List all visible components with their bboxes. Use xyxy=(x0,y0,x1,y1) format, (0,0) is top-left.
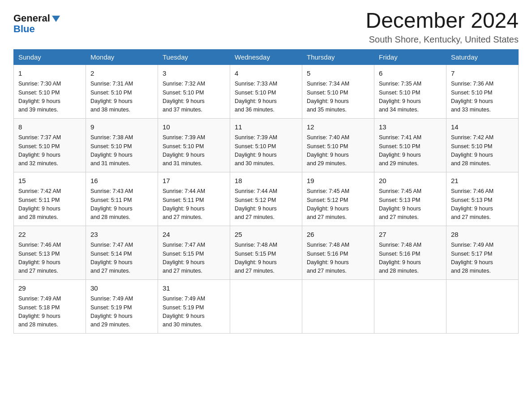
day-info: Sunrise: 7:33 AMSunset: 5:10 PMDaylight:… xyxy=(235,80,297,115)
day-number: 20 xyxy=(379,176,442,186)
day-cell: 30Sunrise: 7:49 AMSunset: 5:19 PMDayligh… xyxy=(86,279,158,333)
day-cell: 28Sunrise: 7:49 AMSunset: 5:17 PMDayligh… xyxy=(446,226,519,279)
day-info: Sunrise: 7:39 AMSunset: 5:10 PMDaylight:… xyxy=(163,133,225,168)
day-info: Sunrise: 7:49 AMSunset: 5:18 PMDaylight:… xyxy=(18,295,81,330)
day-number: 23 xyxy=(90,230,153,240)
day-info: Sunrise: 7:47 AMSunset: 5:15 PMDaylight:… xyxy=(163,241,225,276)
day-cell: 29Sunrise: 7:49 AMSunset: 5:18 PMDayligh… xyxy=(14,279,86,333)
day-cell: 14Sunrise: 7:42 AMSunset: 5:10 PMDayligh… xyxy=(446,118,519,172)
day-cell xyxy=(230,279,302,333)
day-number: 6 xyxy=(379,68,442,79)
day-cell: 15Sunrise: 7:42 AMSunset: 5:11 PMDayligh… xyxy=(14,172,86,226)
day-number: 15 xyxy=(18,176,81,186)
day-number: 29 xyxy=(18,283,81,294)
header-cell-thursday: Thursday xyxy=(302,49,374,64)
day-cell: 12Sunrise: 7:40 AMSunset: 5:10 PMDayligh… xyxy=(302,118,374,172)
logo: General Blue xyxy=(13,13,60,35)
logo-blue: Blue xyxy=(13,23,35,35)
day-number: 12 xyxy=(307,122,369,133)
day-number: 28 xyxy=(451,230,514,240)
day-number: 11 xyxy=(235,122,297,133)
week-row-4: 22Sunrise: 7:46 AMSunset: 5:13 PMDayligh… xyxy=(14,226,519,279)
day-number: 31 xyxy=(163,283,225,294)
day-cell: 3Sunrise: 7:32 AMSunset: 5:10 PMDaylight… xyxy=(158,64,230,118)
day-cell: 26Sunrise: 7:48 AMSunset: 5:16 PMDayligh… xyxy=(302,226,374,279)
day-number: 8 xyxy=(18,122,81,133)
day-number: 2 xyxy=(90,68,153,79)
header-row: SundayMondayTuesdayWednesdayThursdayFrid… xyxy=(14,49,519,64)
day-info: Sunrise: 7:48 AMSunset: 5:15 PMDaylight:… xyxy=(235,241,297,276)
header-cell-sunday: Sunday xyxy=(14,49,86,64)
day-number: 10 xyxy=(163,122,225,133)
day-info: Sunrise: 7:49 AMSunset: 5:19 PMDaylight:… xyxy=(163,295,225,330)
week-row-5: 29Sunrise: 7:49 AMSunset: 5:18 PMDayligh… xyxy=(14,279,519,333)
day-cell: 16Sunrise: 7:43 AMSunset: 5:11 PMDayligh… xyxy=(86,172,158,226)
header-cell-saturday: Saturday xyxy=(446,49,519,64)
day-info: Sunrise: 7:44 AMSunset: 5:12 PMDaylight:… xyxy=(235,187,297,222)
day-info: Sunrise: 7:30 AMSunset: 5:10 PMDaylight:… xyxy=(18,80,81,115)
day-info: Sunrise: 7:38 AMSunset: 5:10 PMDaylight:… xyxy=(90,133,153,168)
day-number: 5 xyxy=(307,68,369,79)
calendar-body: 1Sunrise: 7:30 AMSunset: 5:10 PMDaylight… xyxy=(14,64,519,333)
header-cell-wednesday: Wednesday xyxy=(230,49,302,64)
day-number: 22 xyxy=(18,230,81,240)
day-cell: 19Sunrise: 7:45 AMSunset: 5:12 PMDayligh… xyxy=(302,172,374,226)
day-cell: 11Sunrise: 7:39 AMSunset: 5:10 PMDayligh… xyxy=(230,118,302,172)
day-cell xyxy=(302,279,374,333)
day-cell: 20Sunrise: 7:45 AMSunset: 5:13 PMDayligh… xyxy=(374,172,446,226)
header-cell-friday: Friday xyxy=(374,49,446,64)
week-row-2: 8Sunrise: 7:37 AMSunset: 5:10 PMDaylight… xyxy=(14,118,519,172)
day-info: Sunrise: 7:37 AMSunset: 5:10 PMDaylight:… xyxy=(18,133,81,168)
logo-triangle-icon xyxy=(52,16,60,22)
day-info: Sunrise: 7:49 AMSunset: 5:19 PMDaylight:… xyxy=(90,295,153,330)
day-cell: 1Sunrise: 7:30 AMSunset: 5:10 PMDaylight… xyxy=(14,64,86,118)
day-number: 25 xyxy=(235,230,297,240)
day-cell: 9Sunrise: 7:38 AMSunset: 5:10 PMDaylight… xyxy=(86,118,158,172)
day-cell: 13Sunrise: 7:41 AMSunset: 5:10 PMDayligh… xyxy=(374,118,446,172)
day-cell: 8Sunrise: 7:37 AMSunset: 5:10 PMDaylight… xyxy=(14,118,86,172)
day-info: Sunrise: 7:46 AMSunset: 5:13 PMDaylight:… xyxy=(451,187,514,222)
day-info: Sunrise: 7:45 AMSunset: 5:12 PMDaylight:… xyxy=(307,187,369,222)
day-info: Sunrise: 7:45 AMSunset: 5:13 PMDaylight:… xyxy=(379,187,442,222)
day-number: 14 xyxy=(451,122,514,133)
day-info: Sunrise: 7:48 AMSunset: 5:16 PMDaylight:… xyxy=(379,241,442,276)
page-title: December 2024 xyxy=(365,9,519,33)
day-info: Sunrise: 7:31 AMSunset: 5:10 PMDaylight:… xyxy=(90,80,153,115)
day-info: Sunrise: 7:46 AMSunset: 5:13 PMDaylight:… xyxy=(18,241,81,276)
day-cell: 2Sunrise: 7:31 AMSunset: 5:10 PMDaylight… xyxy=(86,64,158,118)
day-cell: 18Sunrise: 7:44 AMSunset: 5:12 PMDayligh… xyxy=(230,172,302,226)
day-info: Sunrise: 7:36 AMSunset: 5:10 PMDaylight:… xyxy=(451,80,514,115)
header-cell-tuesday: Tuesday xyxy=(158,49,230,64)
title-area: December 2024 South Shore, Kentucky, Uni… xyxy=(365,9,519,45)
day-cell: 17Sunrise: 7:44 AMSunset: 5:11 PMDayligh… xyxy=(158,172,230,226)
day-info: Sunrise: 7:35 AMSunset: 5:10 PMDaylight:… xyxy=(379,80,442,115)
day-number: 1 xyxy=(18,68,81,79)
day-info: Sunrise: 7:49 AMSunset: 5:17 PMDaylight:… xyxy=(451,241,514,276)
day-info: Sunrise: 7:44 AMSunset: 5:11 PMDaylight:… xyxy=(163,187,225,222)
day-cell: 6Sunrise: 7:35 AMSunset: 5:10 PMDaylight… xyxy=(374,64,446,118)
day-number: 30 xyxy=(90,283,153,294)
day-info: Sunrise: 7:43 AMSunset: 5:11 PMDaylight:… xyxy=(90,187,153,222)
day-cell: 24Sunrise: 7:47 AMSunset: 5:15 PMDayligh… xyxy=(158,226,230,279)
day-number: 16 xyxy=(90,176,153,186)
day-info: Sunrise: 7:32 AMSunset: 5:10 PMDaylight:… xyxy=(163,80,225,115)
day-cell: 31Sunrise: 7:49 AMSunset: 5:19 PMDayligh… xyxy=(158,279,230,333)
day-number: 19 xyxy=(307,176,369,186)
day-cell: 5Sunrise: 7:34 AMSunset: 5:10 PMDaylight… xyxy=(302,64,374,118)
calendar-table: SundayMondayTuesdayWednesdayThursdayFrid… xyxy=(13,49,519,334)
day-number: 9 xyxy=(90,122,153,133)
day-info: Sunrise: 7:42 AMSunset: 5:10 PMDaylight:… xyxy=(451,133,514,168)
week-row-3: 15Sunrise: 7:42 AMSunset: 5:11 PMDayligh… xyxy=(14,172,519,226)
day-cell: 27Sunrise: 7:48 AMSunset: 5:16 PMDayligh… xyxy=(374,226,446,279)
day-cell xyxy=(374,279,446,333)
day-number: 13 xyxy=(379,122,442,133)
day-cell: 10Sunrise: 7:39 AMSunset: 5:10 PMDayligh… xyxy=(158,118,230,172)
week-row-1: 1Sunrise: 7:30 AMSunset: 5:10 PMDaylight… xyxy=(14,64,519,118)
day-cell: 21Sunrise: 7:46 AMSunset: 5:13 PMDayligh… xyxy=(446,172,519,226)
header-cell-monday: Monday xyxy=(86,49,158,64)
day-number: 21 xyxy=(451,176,514,186)
day-info: Sunrise: 7:48 AMSunset: 5:16 PMDaylight:… xyxy=(307,241,369,276)
day-cell: 7Sunrise: 7:36 AMSunset: 5:10 PMDaylight… xyxy=(446,64,519,118)
day-number: 3 xyxy=(163,68,225,79)
day-cell: 4Sunrise: 7:33 AMSunset: 5:10 PMDaylight… xyxy=(230,64,302,118)
